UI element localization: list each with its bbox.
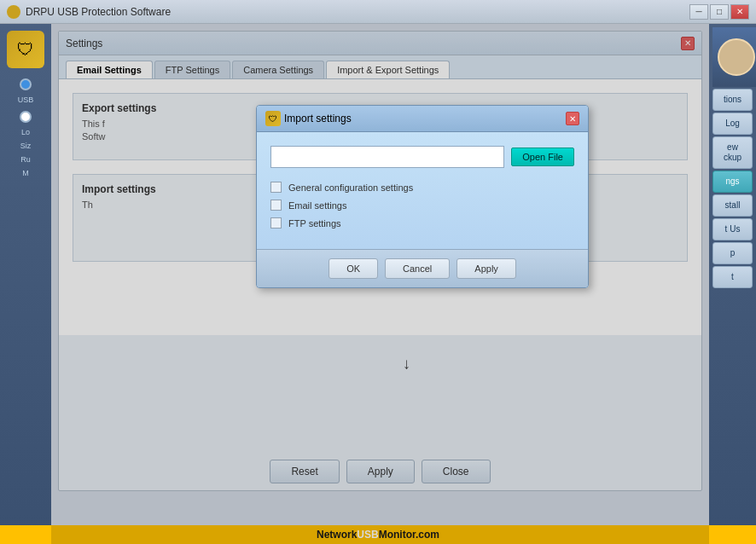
maximize-button[interactable]: □ [710, 4, 729, 20]
minimize-button[interactable]: ─ [689, 4, 708, 20]
sidebar-radio-1[interactable] [20, 78, 32, 90]
m-label: M [22, 169, 29, 177]
dialog-title-bar: 🛡 Import settings ✕ [257, 106, 588, 132]
avatar-area [712, 27, 756, 87]
dialog-ok-button[interactable]: OK [329, 258, 378, 279]
main-content: Settings ✕ Email Settings FTP Settings C… [51, 24, 709, 544]
lo-label: Lo [21, 128, 30, 136]
sidebar-logo: 🛡 [7, 31, 44, 68]
dialog-footer: OK Cancel Apply [257, 249, 588, 287]
left-sidebar: 🛡 USB Lo Siz Ru M [0, 24, 51, 544]
title-bar: DRPU USB Protection Software ─ □ ✕ [0, 0, 756, 24]
dialog-file-path-input[interactable] [270, 146, 504, 168]
app-title: DRPU USB Protection Software [26, 6, 171, 18]
email-settings-label: Email settings [288, 200, 346, 211]
title-bar-left: DRPU USB Protection Software [7, 5, 171, 19]
right-btn-actions[interactable]: tions [712, 89, 753, 111]
right-sidebar: tions Log ewckup ngs stall t Us p t [709, 24, 756, 544]
dialog-file-row: Open File [270, 146, 574, 168]
right-btn-install[interactable]: stall [712, 194, 753, 217]
dialog-open-file-button[interactable]: Open File [511, 148, 574, 166]
app-body: 🛡 USB Lo Siz Ru M Settings ✕ Email Setti… [0, 24, 756, 544]
dialog-close-button[interactable]: ✕ [566, 112, 579, 125]
right-btn-log[interactable]: Log [712, 113, 753, 135]
general-config-label: General configuration settings [288, 182, 413, 193]
siz-label: Siz [20, 142, 32, 150]
ftp-settings-checkbox[interactable] [270, 217, 282, 229]
dialog-title-left: 🛡 Import settings [265, 111, 352, 126]
app-icon [7, 5, 20, 19]
right-btn-backup[interactable]: ewckup [712, 136, 753, 169]
right-btn-contact[interactable]: t Us [712, 218, 753, 240]
usb-label: USB [18, 95, 34, 104]
email-settings-checkbox[interactable] [270, 200, 282, 211]
main-window: DRPU USB Protection Software ─ □ ✕ 🛡 USB… [0, 0, 756, 544]
general-config-checkbox[interactable] [270, 182, 282, 193]
right-btn-settings[interactable]: ngs [712, 171, 753, 193]
right-btn-misc[interactable]: t [712, 266, 753, 288]
dialog-apply-button[interactable]: Apply [457, 258, 516, 279]
avatar [718, 38, 755, 76]
right-btn-help[interactable]: p [712, 242, 753, 264]
arrow-indicator: ↑ [403, 356, 410, 374]
dialog-checkbox-email: Email settings [270, 200, 574, 211]
ftp-settings-label: FTP settings [288, 218, 341, 229]
title-bar-controls: ─ □ ✕ [689, 4, 749, 20]
dialog-title-text: Import settings [284, 113, 352, 124]
sidebar-radio-2[interactable] [20, 111, 32, 123]
dialog-checkbox-general: General configuration settings [270, 182, 574, 193]
dialog-logo-icon: 🛡 [265, 111, 281, 126]
dialog-body: Open File General configuration settings… [257, 132, 588, 249]
close-button[interactable]: ✕ [730, 4, 749, 20]
ru-label: Ru [20, 155, 31, 164]
dialog-checkbox-ftp: FTP settings [270, 217, 574, 229]
import-settings-dialog: 🛡 Import settings ✕ Open File General co… [256, 105, 589, 288]
dialog-cancel-button[interactable]: Cancel [385, 258, 450, 279]
